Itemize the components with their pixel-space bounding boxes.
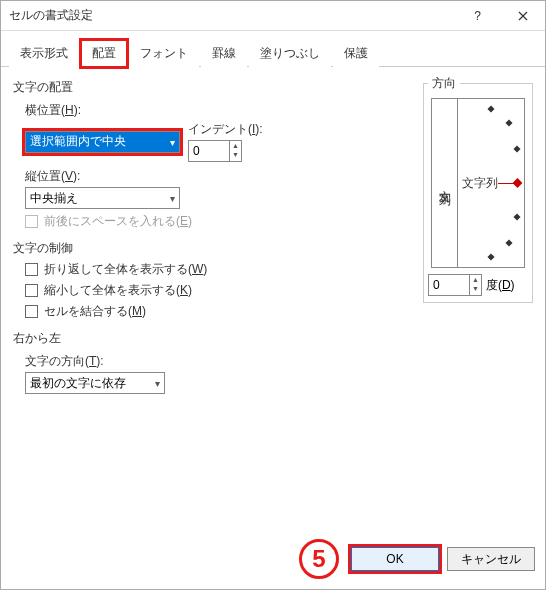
group-text-alignment: 文字の配置 [13, 79, 413, 96]
dialog-footer: 5 OK キャンセル [11, 539, 535, 579]
label-text-direction: 文字の方向(T): [25, 353, 413, 370]
chevron-down-icon: ▾ [170, 193, 175, 204]
chevron-down-icon: ▼ [230, 150, 241, 159]
text-direction-select[interactable]: 最初の文字に依存 ▾ [25, 372, 165, 394]
checkbox-spacing: 前後にスペースを入れる(E) [25, 213, 413, 230]
label-horizontal: 横位置(H): [25, 102, 413, 119]
checkbox-merge[interactable]: セルを結合する(M) [25, 303, 413, 320]
vertical-align-select[interactable]: 中央揃え ▾ [25, 187, 180, 209]
group-orientation: 方向 文字列 文字列 [423, 75, 533, 303]
checkbox-shrink[interactable]: 縮小して全体を表示する(K) [25, 282, 413, 299]
tab-number[interactable]: 表示形式 [9, 40, 79, 67]
degree-stepper[interactable]: 0 ▲▼ [428, 274, 482, 296]
label-vertical: 縦位置(V): [25, 168, 413, 185]
chevron-up-icon: ▲ [230, 141, 241, 150]
tab-border[interactable]: 罫線 [201, 40, 247, 67]
label-indent: インデント(I): [188, 121, 263, 138]
tab-font[interactable]: フォント [129, 40, 199, 67]
checkbox-icon [25, 263, 38, 276]
tab-bar: 表示形式 配置 フォント 罫線 塗りつぶし 保護 [1, 31, 545, 67]
chevron-down-icon: ▾ [155, 378, 160, 389]
indent-stepper[interactable]: 0 ▲▼ [188, 140, 242, 162]
cancel-button[interactable]: キャンセル [447, 547, 535, 571]
checkbox-icon [25, 215, 38, 228]
legend-orientation: 方向 [428, 75, 460, 92]
dialog-title: セルの書式設定 [9, 7, 455, 24]
checkbox-icon [25, 284, 38, 297]
chevron-down-icon: ▼ [470, 284, 481, 293]
titlebar: セルの書式設定 ? [1, 1, 545, 31]
close-button[interactable] [500, 1, 545, 30]
checkbox-icon [25, 305, 38, 318]
tab-alignment[interactable]: 配置 [81, 40, 127, 67]
orientation-vertical-text[interactable]: 文字列 [432, 99, 458, 267]
group-text-control: 文字の制御 [13, 240, 413, 257]
tab-fill[interactable]: 塗りつぶし [249, 40, 331, 67]
orientation-horiz-text: 文字列 [462, 175, 498, 192]
chevron-down-icon: ▾ [170, 136, 175, 147]
horizontal-align-select[interactable]: 選択範囲内で中央 ▾ [25, 131, 180, 153]
tab-protection[interactable]: 保護 [333, 40, 379, 67]
label-degree: 度(D) [486, 277, 515, 294]
close-icon [518, 11, 528, 21]
annotation-step-5: 5 [299, 539, 339, 579]
checkbox-wrap[interactable]: 折り返して全体を表示する(W) [25, 261, 413, 278]
dialog-window: セルの書式設定 ? 表示形式 配置 フォント 罫線 塗りつぶし 保護 文字の配置… [0, 0, 546, 590]
chevron-up-icon: ▲ [470, 275, 481, 284]
orientation-dial[interactable]: 文字列 文字列 [431, 98, 525, 268]
ok-button[interactable]: OK [351, 547, 439, 571]
group-rtl: 右から左 [13, 330, 413, 347]
help-button[interactable]: ? [455, 1, 500, 30]
